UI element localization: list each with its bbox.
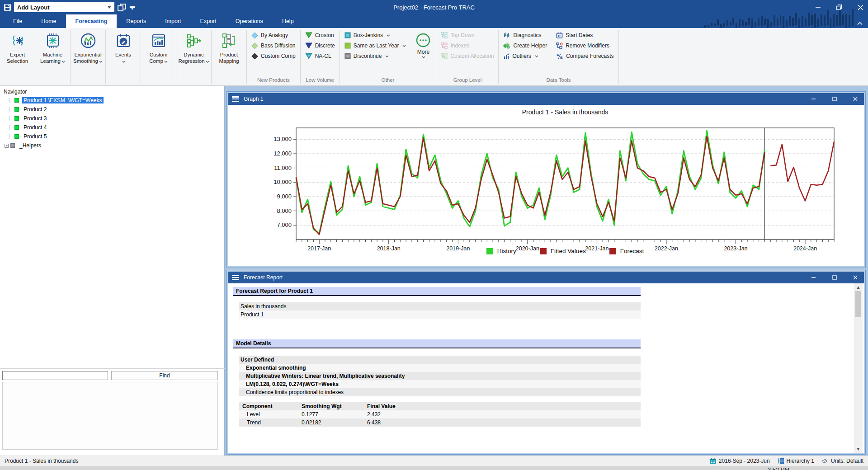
scrollbar-thumb[interactable] — [855, 291, 861, 317]
expand-icon[interactable]: + — [5, 144, 9, 148]
collapse-ribbon-icon[interactable] — [857, 22, 863, 25]
close-icon[interactable] — [858, 5, 863, 10]
ribbon-tabs: File Home Forecasting Reports Import Exp… — [0, 14, 868, 28]
tab-operations[interactable]: Operations — [226, 14, 273, 28]
status-square-icon — [10, 143, 15, 148]
svg-text:2023-Jan: 2023-Jan — [724, 245, 747, 252]
maximize-icon[interactable] — [832, 275, 837, 280]
custom-comp-new-button[interactable]: Custom Comp — [251, 52, 296, 60]
button-label: Smoothing — [73, 58, 98, 64]
navigator-results-list[interactable] — [2, 382, 218, 450]
discrete-button[interactable]: Discrete — [305, 42, 335, 49]
custom-comp-button[interactable]: Custom Comp — [141, 28, 176, 85]
diagnostics-icon — [503, 32, 510, 38]
report-product-name: Product 1 — [239, 310, 641, 319]
svg-text:2024-Jan: 2024-Jan — [793, 245, 817, 252]
svg-text:2020-Jan: 2020-Jan — [516, 245, 539, 252]
compare-forecasts-button[interactable]: AB Compare Forecasts — [556, 52, 613, 60]
status-hierarchy[interactable]: Hierarchy 1 — [778, 458, 814, 464]
tab-file[interactable]: File — [4, 14, 32, 28]
discontinue-button[interactable]: Discontinue — [344, 52, 406, 60]
svg-text:7,000: 7,000 — [277, 221, 292, 228]
bass-diffusion-button[interactable]: Bass Diffusion — [251, 42, 296, 49]
events-button[interactable]: Events — [106, 28, 141, 85]
close-icon[interactable] — [853, 275, 858, 280]
remove-modifiers-icon — [556, 42, 563, 49]
tree-item-product-5[interactable]: ┆ Product 5 — [5, 133, 224, 140]
tree-item-helpers[interactable]: + _Helpers — [5, 142, 224, 149]
svg-text:A: A — [557, 53, 559, 57]
tree-item-product-4[interactable]: ┆ Product 4 — [5, 124, 224, 131]
button-label: Mapping — [219, 58, 239, 64]
create-helper-button[interactable]: Create Helper — [503, 42, 547, 49]
group-label: Data Tools — [499, 76, 618, 85]
expert-selection-button[interactable]: Expert Selection — [0, 28, 35, 85]
svg-text:13,000: 13,000 — [274, 136, 292, 142]
dynamic-regression-button[interactable]: Dynamic Regression — [176, 28, 211, 85]
start-dates-button[interactable]: Start Dates — [556, 32, 613, 39]
forecast-report-window: Forecast Report Forecast Report for Prod… — [227, 270, 865, 454]
scroll-down-icon[interactable]: ▼ — [854, 445, 863, 453]
minimize-icon[interactable] — [816, 5, 821, 10]
report-scrollbar[interactable]: ▲ ▼ — [854, 283, 863, 453]
maximize-icon[interactable] — [832, 97, 837, 101]
croston-button[interactable]: Croston — [305, 32, 335, 39]
find-input[interactable] — [2, 371, 108, 380]
minimize-icon[interactable] — [811, 275, 816, 280]
status-units[interactable]: Units: Default — [822, 458, 863, 464]
by-analogy-button[interactable]: By Analogy — [251, 32, 296, 39]
tree-item-product-2[interactable]: ┆ Product 2 — [5, 106, 224, 113]
chevron-down-icon — [387, 34, 390, 37]
graph-window-titlebar: Graph 1 — [228, 93, 864, 105]
layout-combobox[interactable]: Add Layout — [14, 2, 114, 12]
navigator-tree: ┆ Product 1 \EXSM \WGT=Weeks ┆ Product 2… — [0, 97, 224, 149]
same-as-last-year-button[interactable]: Same as Last Year — [344, 42, 406, 49]
machine-learning-button[interactable]: Machine Learning — [35, 28, 70, 85]
na-cl-button[interactable]: NA-CL — [305, 52, 335, 60]
outliers-button[interactable]: Outliers — [503, 52, 547, 60]
report-series-name: Sales in thousands — [239, 302, 641, 310]
exponential-smoothing-button[interactable]: Exponential Smoothing — [71, 28, 105, 85]
svg-text:2019-Jan: 2019-Jan — [446, 245, 470, 252]
button-label: Learning — [40, 58, 61, 64]
close-icon[interactable] — [853, 97, 858, 101]
start-dates-icon — [556, 32, 563, 38]
toolbar-options-icon[interactable]: ▬▾ — [129, 5, 135, 9]
tree-item-product-1[interactable]: ┆ Product 1 \EXSM \WGT=Weeks — [5, 97, 224, 104]
outliers-icon — [503, 53, 509, 59]
diagnostics-button[interactable]: Diagnostics — [503, 32, 547, 39]
report-content: Forecast Report for Product 1 Sales in t… — [228, 283, 864, 453]
tab-forecasting[interactable]: Forecasting — [66, 14, 117, 28]
minimize-icon[interactable] — [811, 97, 816, 101]
events-icon — [116, 32, 131, 50]
window-menu-icon[interactable] — [232, 275, 239, 280]
tab-export[interactable]: Export — [191, 14, 226, 28]
diamond-icon — [251, 32, 258, 39]
dynamic-regression-icon — [186, 32, 202, 50]
product-mapping-button[interactable]: Product Mapping — [212, 28, 246, 85]
diamond-icon — [251, 53, 258, 60]
tab-home[interactable]: Home — [32, 14, 66, 28]
ribbon-main-buttons: Expert Selection Machine Learning Expone… — [0, 28, 246, 85]
copy-layout-icon[interactable] — [117, 3, 126, 11]
forecast-chart: 7,0008,0009,00010,00011,00012,00013,0002… — [228, 105, 864, 266]
app-chrome: Add Layout ▬▾ Project02 - Forecast Pro T… — [0, 0, 868, 28]
more-button[interactable]: More — [410, 28, 436, 58]
tab-reports[interactable]: Reports — [117, 14, 156, 28]
tab-import[interactable]: Import — [156, 14, 190, 28]
report-window-title: Forecast Report — [244, 274, 283, 281]
status-date-range[interactable]: 2016-Sep - 2023-Jun — [710, 458, 770, 464]
button-label: Product — [220, 52, 238, 58]
tree-item-product-3[interactable]: ┆ Product 3 — [5, 115, 224, 122]
box-jenkins-button[interactable]: Box-Jenkins — [344, 32, 406, 39]
save-layout-icon[interactable] — [4, 4, 11, 11]
scroll-up-icon[interactable]: ▲ — [854, 283, 863, 291]
taskbar-clock: 3:52 PM — [768, 466, 789, 470]
restore-icon[interactable] — [836, 5, 842, 10]
tab-help[interactable]: Help — [273, 14, 303, 28]
remove-modifiers-button[interactable]: Remove Modifiers — [556, 42, 613, 49]
status-selection-text: Product 1 - Sales in thousands — [5, 458, 78, 464]
window-menu-icon[interactable] — [232, 96, 239, 102]
chart-area: Product 1 - Sales in thousands 7,0008,00… — [228, 105, 864, 266]
find-button[interactable]: Find — [111, 371, 218, 380]
